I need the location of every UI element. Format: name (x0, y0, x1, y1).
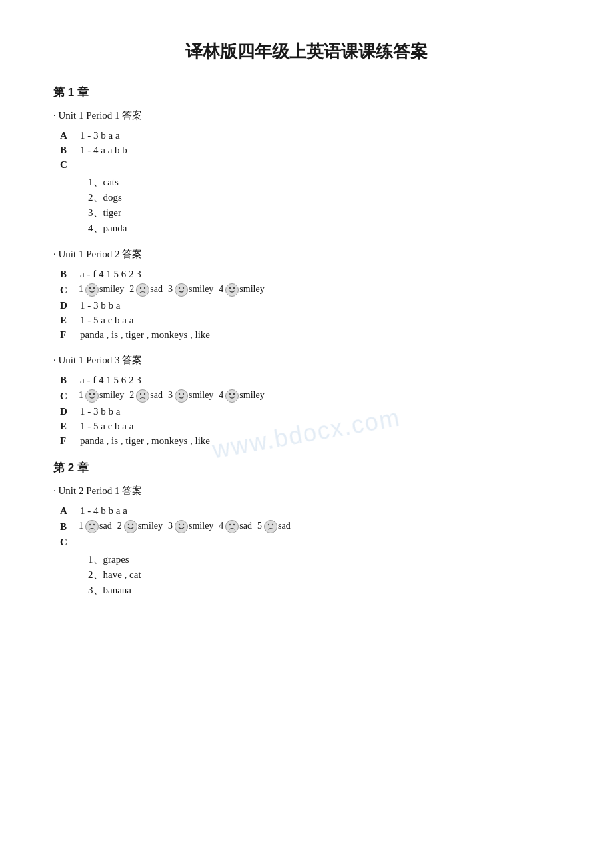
sub-item: 2、dogs (88, 191, 560, 204)
row-label: B (60, 145, 76, 156)
svg-point-3 (144, 287, 145, 289)
sub-item: 3、tiger (88, 207, 560, 219)
answer-row: A1 - 4 b b a a (60, 505, 560, 517)
answer-row: D1 - 3 b b a (60, 406, 560, 417)
answer-text: 1 - 3 b b a (80, 406, 120, 417)
svg-point-15 (233, 393, 235, 395)
face-type-label: sad (150, 284, 163, 294)
answer-block: A1 - 4 b b a aB1sad2smiley3smiley4sad5sa… (60, 505, 560, 548)
face-number: 2 (117, 521, 122, 531)
row-label: B (60, 375, 76, 386)
sad-face-icon (136, 283, 149, 297)
face-type-label: smiley (239, 284, 264, 294)
answer-row: E1 - 5 a c b a a (60, 421, 560, 432)
chapter-block: 第 1 章· Unit 1 Period 1 答案A1 - 3 b a aB1 … (53, 85, 560, 447)
face-type-label: sad (239, 521, 252, 531)
face-number: 4 (219, 521, 223, 531)
answer-row: Ba - f 4 1 5 6 2 3 (60, 269, 560, 280)
svg-point-18 (127, 524, 129, 525)
section-heading: · Unit 2 Period 1 答案 (53, 485, 560, 497)
chapter-heading: 第 2 章 (53, 460, 560, 475)
svg-point-8 (89, 393, 91, 395)
svg-point-6 (229, 287, 231, 289)
faces-container: 1smiley2sad3smiley4smiley (79, 283, 270, 297)
row-label: F (60, 435, 76, 447)
answer-row: C (60, 159, 560, 171)
svg-point-0 (89, 287, 91, 289)
section-block: · Unit 1 Period 3 答案Ba - f 4 1 5 6 2 3C1… (53, 354, 560, 447)
chapter-block: 第 2 章· Unit 2 Period 1 答案A1 - 4 b b a aB… (53, 460, 560, 597)
face-type-label: smiley (239, 390, 264, 400)
face-number: 1 (79, 521, 83, 531)
answer-block: Ba - f 4 1 5 6 2 3C1smiley2sad3smiley4sm… (60, 269, 560, 341)
row-label: D (60, 406, 76, 417)
answer-text: 1 - 3 b a a (80, 130, 120, 141)
answer-row: Ba - f 4 1 5 6 2 3 (60, 375, 560, 386)
row-label: B (60, 521, 76, 533)
row-label: A (60, 130, 76, 141)
answer-text: a - f 4 1 5 6 2 3 (80, 269, 141, 280)
face-number: 3 (168, 284, 173, 294)
svg-point-5 (183, 287, 184, 289)
answer-text: 1 - 4 a a b b (80, 145, 127, 156)
sub-item: 3、banana (88, 584, 560, 597)
svg-point-21 (183, 524, 184, 525)
smiley-face-icon (85, 389, 99, 403)
smiley-face-icon (175, 389, 188, 403)
smiley-face-icon (175, 520, 188, 533)
face-number: 3 (168, 521, 173, 531)
answer-text: 1 - 4 b b a a (80, 505, 127, 517)
answer-row: D1 - 3 b b a (60, 300, 560, 311)
svg-point-20 (179, 524, 180, 525)
face-type-label: smiley (189, 521, 213, 531)
chapter-heading: 第 1 章 (53, 85, 560, 100)
sad-face-icon (85, 520, 99, 533)
answer-row: Fpanda , is , tiger , monkeys , like (60, 329, 560, 341)
svg-point-19 (131, 524, 133, 525)
sad-face-icon (264, 520, 277, 533)
answer-block: Ba - f 4 1 5 6 2 3C1smiley2sad3smiley4sm… (60, 375, 560, 447)
answer-row: A1 - 3 b a a (60, 130, 560, 141)
svg-point-17 (93, 524, 95, 525)
row-label: C (60, 285, 76, 296)
answer-row: C1smiley2sad3smiley4smiley (60, 283, 560, 297)
sub-item: 2、have , cat (88, 569, 560, 581)
answer-row: Fpanda , is , tiger , monkeys , like (60, 435, 560, 447)
svg-point-23 (233, 524, 235, 525)
answer-text: a - f 4 1 5 6 2 3 (80, 375, 141, 386)
face-type-label: sad (99, 521, 112, 531)
answer-text: panda , is , tiger , monkeys , like (80, 435, 210, 447)
face-type-label: sad (278, 521, 291, 531)
section-heading: · Unit 1 Period 3 答案 (53, 354, 560, 367)
row-label: E (60, 421, 76, 432)
svg-point-9 (93, 393, 95, 395)
face-number: 3 (168, 390, 173, 400)
svg-point-14 (229, 393, 231, 395)
svg-point-11 (144, 393, 145, 395)
svg-point-16 (89, 524, 91, 525)
svg-point-7 (233, 287, 235, 289)
answer-row: C (60, 537, 560, 548)
face-type-label: smiley (189, 390, 213, 400)
svg-point-10 (140, 393, 141, 395)
svg-point-1 (93, 287, 95, 289)
answer-row: E1 - 5 a c b a a (60, 315, 560, 326)
smiley-face-icon (225, 389, 239, 403)
faces-container: 1smiley2sad3smiley4smiley (79, 389, 270, 403)
face-number: 2 (129, 390, 134, 400)
face-type-label: smiley (138, 521, 163, 531)
section-block: · Unit 2 Period 1 答案A1 - 4 b b a aB1sad2… (53, 485, 560, 597)
row-label: F (60, 329, 76, 341)
answer-text: 1 - 3 b b a (80, 300, 120, 311)
smiley-face-icon (85, 283, 99, 297)
sad-face-icon (225, 520, 239, 533)
answer-text: 1 - 5 a c b a a (80, 421, 133, 432)
section-block: · Unit 1 Period 1 答案A1 - 3 b a aB1 - 4 a… (53, 109, 560, 235)
smiley-face-icon (175, 283, 188, 297)
face-type-label: sad (150, 390, 163, 400)
svg-point-22 (229, 524, 231, 525)
sub-item: 1、grapes (88, 553, 560, 566)
face-number: 1 (79, 390, 83, 400)
face-type-label: smiley (99, 390, 124, 400)
row-label: E (60, 315, 76, 326)
